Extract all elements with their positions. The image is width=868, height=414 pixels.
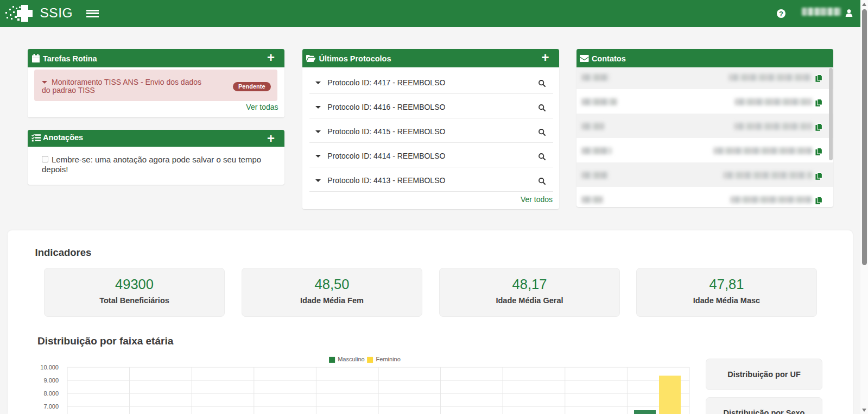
svg-text:9.000: 9.000 (43, 377, 59, 384)
svg-text:Feminino: Feminino (376, 356, 401, 362)
svg-text:8.000: 8.000 (43, 390, 59, 397)
svg-text:?: ? (779, 10, 783, 18)
svg-text:10.000: 10.000 (40, 364, 59, 371)
svg-text:7.000: 7.000 (43, 403, 59, 410)
svg-text:Masculino: Masculino (338, 356, 365, 362)
